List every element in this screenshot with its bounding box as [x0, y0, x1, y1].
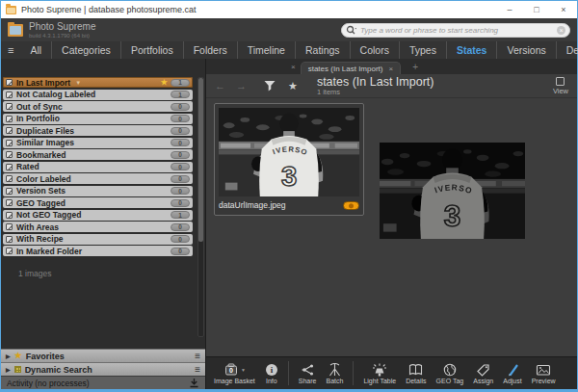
sidebar-item-similar-images[interactable]: Similar Images 0 [3, 138, 193, 148]
hamburger-menu-icon[interactable]: ≡ [1, 44, 20, 56]
sidebar-item-label: Out of Sync [16, 102, 63, 112]
count-badge: 0 [171, 248, 190, 255]
button-label: Light Table [363, 378, 396, 384]
count-badge: 1 [171, 79, 190, 87]
label-icon [6, 140, 13, 146]
button-label: Batch [327, 378, 344, 384]
new-tab-icon[interactable]: + [412, 62, 418, 72]
sidebar-item-version-sets[interactable]: Version Sets 0 [3, 186, 193, 196]
button-label: Preview [532, 378, 556, 384]
light-table-button[interactable]: Light Table [358, 357, 401, 389]
thumbnail-image[interactable] [219, 108, 359, 196]
sidebar-item-label: Color Labeled [16, 174, 71, 184]
assign-button[interactable]: Assign [468, 357, 498, 389]
collection-toolbar: ← → ★ states (In Last Import) 1 items Vi… [206, 74, 577, 98]
image-count-summary: 1 images [18, 269, 193, 278]
app-build: build 4.3.1.1790 (64 bit) [29, 33, 96, 39]
filter-funnel-icon[interactable] [263, 80, 276, 92]
star-icon: ★ [161, 79, 168, 87]
sidebar-item-rated[interactable]: Rated 0 [3, 162, 193, 172]
view-button[interactable]: View [553, 77, 568, 95]
close-button[interactable]: × [550, 1, 577, 18]
tab-timeline[interactable]: Timeline [237, 41, 295, 59]
thumbnail-card[interactable]: dataUrlImage.jpeg [214, 103, 364, 216]
label-icon [6, 248, 13, 254]
adjust-button[interactable]: Adjust [498, 357, 526, 389]
tag-icon [476, 363, 490, 377]
tab-categories[interactable]: Categories [51, 41, 120, 59]
panel-menu-icon[interactable]: ≡ [195, 364, 200, 375]
sidebar-item-label: Bookmarked [16, 150, 66, 160]
image-basket-button[interactable]: 0 ▼ Image Basket [209, 357, 260, 389]
tab-colors[interactable]: Colors [350, 41, 399, 59]
sidebar-item-out-of-sync[interactable]: Out of Sync 0 [3, 101, 193, 112]
sidebar-item-in-last-import[interactable]: In Last Import ▼ ★ 1 [3, 77, 193, 88]
sidebar-item-with-recipe[interactable]: With Recipe 0 [3, 234, 193, 245]
forward-arrow-icon[interactable]: → [236, 81, 247, 91]
batch-icon [328, 363, 342, 377]
preview-button[interactable]: Preview [527, 357, 561, 389]
collection-tab-label: states (In Last Import) [308, 65, 383, 73]
geo-tag-button[interactable]: GEO Tag [432, 357, 469, 389]
minimize-button[interactable]: – [496, 1, 523, 18]
sidebar-item-geo-tagged[interactable]: GEO Tagged 0 [3, 197, 193, 208]
panel-menu-icon[interactable]: ≡ [195, 351, 200, 361]
tab-details[interactable]: Details [556, 41, 578, 59]
button-label: Adjust [503, 378, 521, 384]
button-label: Share [299, 378, 317, 384]
sidebar-item-not-geo-tagged[interactable]: Not GEO Tagged 1 [3, 210, 193, 221]
button-label: Info [266, 378, 277, 384]
search-input[interactable] [357, 26, 557, 35]
dynamic-search-panel-header[interactable]: ▶ Dynamic Search ≡ [1, 362, 205, 376]
tabstrip-close-icon[interactable]: × [291, 63, 296, 71]
maximize-button[interactable]: □ [523, 1, 550, 18]
count-badge: 0 [171, 127, 190, 135]
label-icon [6, 188, 13, 195]
dynamic-search-icon [14, 366, 21, 373]
count-badge: 0 [171, 235, 190, 243]
sidebar-item-duplicate-files[interactable]: Duplicate Files 0 [3, 125, 193, 136]
states-list: In Last Import ▼ ★ 1 Not Catalog Labeled… [1, 59, 205, 349]
sidebar-item-with-areas[interactable]: With Areas 0 [3, 222, 193, 232]
sidebar-item-label: With Areas [16, 222, 59, 232]
button-label: Image Basket [214, 378, 255, 384]
activity-bar[interactable]: Activity (no processes) [1, 376, 205, 389]
globe-icon [443, 363, 457, 377]
collection-tab[interactable]: states (In Last Import) × [301, 62, 401, 74]
tab-folders[interactable]: Folders [183, 41, 237, 59]
sidebar-item-in-marked-folder[interactable]: In Marked Folder 0 [3, 246, 193, 256]
sidebar-item-bookmarked[interactable]: Bookmarked 0 [3, 149, 193, 160]
tab-portfolios[interactable]: Portfolios [120, 41, 183, 59]
info-button[interactable]: i Info [260, 357, 283, 389]
back-arrow-icon[interactable]: ← [215, 81, 225, 91]
search-clear-icon[interactable]: × [557, 26, 565, 35]
details-button[interactable]: Details [401, 357, 431, 389]
label-icon [6, 175, 13, 182]
label-icon [6, 236, 13, 243]
expand-triangle-icon: ▶ [6, 353, 11, 359]
tab-all[interactable]: All [20, 41, 51, 59]
sidebar-item-label: Rated [16, 162, 39, 171]
view-label: View [553, 87, 568, 95]
batch-button[interactable]: Batch [322, 357, 349, 389]
share-icon [301, 363, 315, 377]
details-book-icon [408, 363, 423, 377]
sidebar-item-in-portfolio[interactable]: In Portfolio 0 [3, 114, 193, 124]
tab-ratings[interactable]: Ratings [295, 41, 350, 59]
share-button[interactable]: Share [294, 357, 322, 389]
label-icon [6, 212, 13, 219]
scrollbar-thumb[interactable] [198, 78, 203, 242]
tab-close-icon[interactable]: × [388, 65, 393, 73]
search-box[interactable]: × [341, 23, 570, 38]
sidebar-item-color-labeled[interactable]: Color Labeled 0 [3, 173, 193, 184]
favorites-panel-header[interactable]: ▶ ★ Favorites ≡ [1, 349, 205, 362]
bookmark-star-icon[interactable]: ★ [288, 81, 298, 91]
basket-caret-icon[interactable]: ▼ [241, 367, 246, 373]
tab-states[interactable]: States [446, 41, 497, 59]
activity-download-icon [189, 378, 199, 388]
sidebar-scrollbar[interactable] [197, 77, 204, 337]
tab-types[interactable]: Types [399, 41, 446, 59]
thumbnail-grid: dataUrlImage.jpeg [206, 98, 577, 356]
sidebar-item-not-catalog-labeled[interactable]: Not Catalog Labeled 1 [3, 90, 193, 100]
tab-versions[interactable]: Versions [496, 41, 555, 59]
